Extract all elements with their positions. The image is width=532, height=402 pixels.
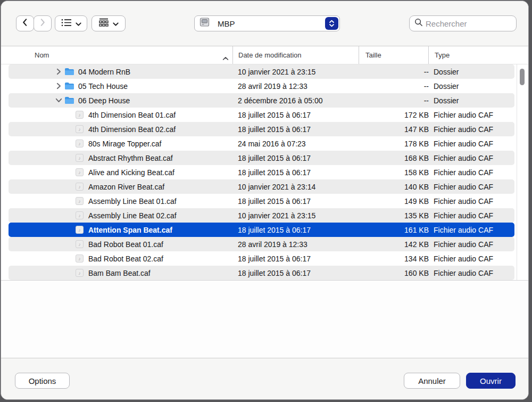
search-input[interactable] [426, 19, 516, 28]
file-size: 178 KB [404, 136, 429, 151]
table-row[interactable]: ♪ 4th Dimension Beat 01.caf 18 juillet 2… [9, 108, 514, 122]
name-cell: 06 Deep House [9, 93, 130, 108]
table-row[interactable]: ♪ Abstract Rhythm Beat.caf 18 juillet 20… [9, 151, 514, 165]
column-header-date[interactable]: Date de modification [238, 46, 302, 64]
file-type: Fichier audio CAF [434, 151, 493, 165]
back-button[interactable] [16, 15, 34, 31]
file-size: -- [424, 64, 429, 79]
computer-icon [200, 18, 210, 29]
file-size: 161 KB [404, 223, 429, 237]
music-note-glyph: ♪ [78, 227, 81, 233]
audio-file-icon: ♪ [76, 197, 84, 205]
file-date: 18 juillet 2015 à 06:17 [238, 251, 311, 266]
file-size: 158 KB [404, 165, 429, 179]
file-date: 2 décembre 2016 à 05:00 [238, 93, 323, 108]
file-name: 4th Dimension Beat 02.caf [88, 125, 176, 134]
cancel-button[interactable]: Annuler [404, 373, 460, 389]
column-divider[interactable] [359, 46, 359, 64]
column-divider[interactable] [232, 46, 233, 64]
music-note-glyph: ♪ [78, 155, 81, 161]
file-size: 172 KB [404, 108, 429, 122]
view-as-list-dropdown[interactable] [55, 15, 87, 31]
file-date: 10 janvier 2021 à 23:14 [238, 179, 315, 194]
name-cell: ♪ Amazon River Beat.caf [9, 179, 164, 194]
table-row[interactable]: 04 Modern RnB 10 janvier 2021 à 23:15 --… [9, 64, 514, 79]
file-name: Bad Robot Beat 01.caf [88, 240, 163, 249]
disclosure-chevron-icon[interactable] [56, 68, 64, 75]
toolbar: MBP [1, 1, 528, 46]
file-type: Fichier audio CAF [434, 194, 493, 208]
file-size: 142 KB [404, 237, 429, 251]
file-name: Attention Span Beat.caf [88, 226, 172, 234]
music-note-glyph: ♪ [78, 170, 81, 175]
music-note-glyph: ♪ [78, 213, 81, 218]
file-name: 05 Tech House [78, 82, 128, 91]
scrollbar-thumb[interactable] [520, 69, 525, 85]
file-type: Fichier audio CAF [434, 136, 493, 151]
name-cell: ♪ 80s Mirage Topper.caf [9, 136, 162, 151]
column-header-bar: Nom Date de modification Taille Type [1, 46, 528, 64]
name-cell: ♪ Alive and Kicking Beat.caf [9, 165, 174, 179]
music-note-glyph: ♪ [78, 199, 81, 204]
table-row[interactable]: ♪ Attention Span Beat.caf 18 juillet 201… [9, 223, 514, 237]
chevron-right-icon [39, 18, 46, 29]
file-date: 28 avril 2019 à 12:33 [238, 237, 307, 251]
music-note-glyph: ♪ [78, 256, 81, 261]
audio-file-icon: ♪ [76, 140, 84, 147]
file-type: Fichier audio CAF [434, 208, 493, 223]
name-cell: ♪ Attention Span Beat.caf [9, 223, 172, 237]
column-header-name[interactable]: Nom [35, 46, 49, 64]
disclosure-chevron-icon[interactable] [56, 97, 64, 104]
file-date: 10 janvier 2021 à 23:15 [238, 208, 315, 223]
file-date: 28 avril 2019 à 12:33 [238, 79, 307, 93]
audio-file-icon: ♪ [76, 269, 84, 277]
location-popup-button[interactable]: MBP [194, 15, 340, 31]
open-button[interactable]: Ouvrir [466, 373, 516, 389]
table-row[interactable]: ♪ Amazon River Beat.caf 10 janvier 2021 … [9, 179, 514, 194]
file-date: 24 mai 2016 à 07:23 [238, 136, 306, 151]
table-row[interactable]: ♪ 80s Mirage Topper.caf 24 mai 2016 à 07… [9, 136, 514, 151]
preview-area [1, 281, 528, 358]
file-type: Fichier audio CAF [434, 237, 493, 251]
table-row[interactable]: 06 Deep House 2 décembre 2016 à 05:00 --… [9, 93, 514, 108]
file-name: Amazon River Beat.caf [88, 183, 164, 191]
name-cell: ♪ 4th Dimension Beat 02.caf [9, 122, 176, 136]
file-date: 18 juillet 2015 à 06:17 [238, 122, 311, 136]
file-size: 149 KB [404, 194, 429, 208]
scrollbar-track[interactable] [517, 64, 528, 280]
table-row[interactable]: ♪ Bad Robot Beat 01.caf 28 avril 2019 à … [9, 237, 514, 251]
table-row[interactable]: ♪ Assembly Line Beat 01.caf 18 juillet 2… [9, 194, 514, 208]
table-row[interactable]: ♪ Bad Robot Beat 02.caf 18 juillet 2015 … [9, 251, 514, 266]
audio-file-icon: ♪ [76, 111, 84, 119]
open-dialog-window: MBP Nom Date de modification [1, 1, 529, 400]
group-by-dropdown[interactable] [92, 15, 126, 31]
group-view-icon [98, 18, 109, 29]
column-divider[interactable] [428, 46, 429, 64]
chevron-down-icon [76, 19, 81, 28]
audio-file-icon: ♪ [76, 211, 84, 219]
name-cell: ♪ Bad Robot Beat 02.caf [9, 251, 163, 266]
column-header-size[interactable]: Taille [365, 46, 381, 64]
file-size: 147 KB [404, 122, 429, 136]
table-row[interactable]: ♪ Alive and Kicking Beat.caf 18 juillet … [9, 165, 514, 179]
search-field[interactable] [409, 15, 517, 31]
file-date: 18 juillet 2015 à 06:17 [238, 194, 311, 208]
footer-bar: Options Annuler Ouvrir [1, 358, 528, 399]
table-row[interactable]: ♪ Assembly Line Beat 02.caf 10 janvier 2… [9, 208, 514, 223]
location-label: MBP [218, 19, 235, 28]
table-row[interactable]: ♪ 4th Dimension Beat 02.caf 18 juillet 2… [9, 122, 514, 136]
options-button[interactable]: Options [15, 373, 70, 389]
forward-button[interactable] [34, 15, 52, 31]
name-cell: 05 Tech House [9, 79, 128, 93]
audio-file-icon: ♪ [76, 255, 84, 262]
music-note-glyph: ♪ [78, 242, 81, 247]
table-row[interactable]: ♪ Bam Bam Beat.caf 18 juillet 2015 à 06:… [9, 266, 514, 280]
audio-file-icon: ♪ [76, 240, 84, 248]
disclosure-chevron-icon[interactable] [56, 83, 64, 89]
column-header-type[interactable]: Type [435, 46, 450, 64]
name-cell: ♪ 4th Dimension Beat 01.caf [9, 108, 176, 122]
file-type: Fichier audio CAF [434, 266, 493, 280]
name-cell: ♪ Assembly Line Beat 01.caf [9, 194, 177, 208]
table-row[interactable]: 05 Tech House 28 avril 2019 à 12:33 -- D… [9, 79, 514, 93]
audio-file-icon: ♪ [76, 226, 84, 234]
